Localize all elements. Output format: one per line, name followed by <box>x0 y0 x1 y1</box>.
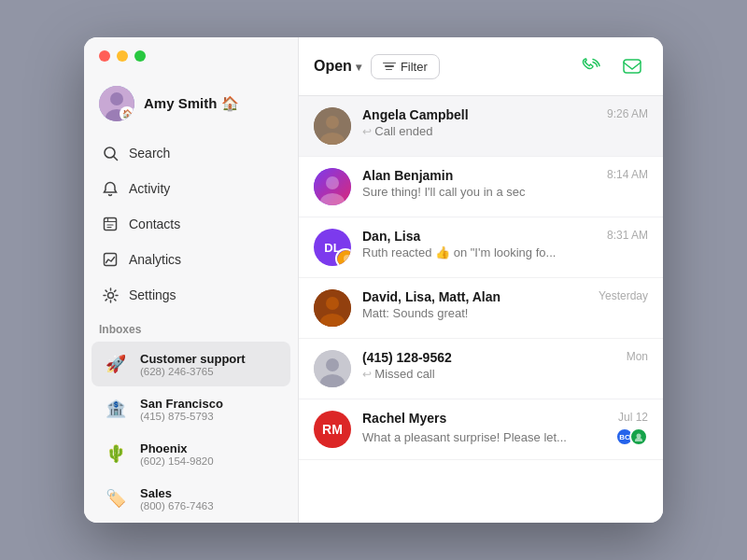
inbox-name: Customer support <box>140 352 246 366</box>
conv-time: 8:14 AM <box>607 168 648 181</box>
bell-icon <box>101 179 120 198</box>
inbox-item-san-francisco[interactable]: 🏦 San Francisco (415) 875-5793 <box>92 386 290 431</box>
maximize-button[interactable] <box>134 50 146 62</box>
conv-time: 9:26 AM <box>607 107 648 120</box>
filter-label: Filter <box>401 60 428 74</box>
inbox-name: Phoenix <box>140 441 214 455</box>
call-button[interactable] <box>575 50 607 82</box>
conversation-item-angela[interactable]: Angela Campbell 9:26 AM ↩ Call ended <box>299 96 663 157</box>
conv-preview: What a pleasant surprise! Please let... <box>362 430 567 444</box>
chevron-down-icon: ▾ <box>356 61 361 74</box>
conv-name: (415) 128-9562 <box>362 350 452 365</box>
svg-point-17 <box>326 176 339 189</box>
avatar-rachel: RM <box>314 411 351 448</box>
inboxes-section-label: Inboxes <box>84 312 298 342</box>
conv-preview: Sure thing! I'll call you in a sec <box>362 185 624 199</box>
conversation-item-david-group[interactable]: David, Lisa, Matt, Alan Yesterday Matt: … <box>299 278 663 339</box>
analytics-label: Analytics <box>129 252 181 267</box>
svg-point-1 <box>110 92 123 105</box>
search-icon <box>101 144 120 162</box>
conv-time: Mon <box>627 350 648 363</box>
avatar-phone <box>314 350 351 387</box>
user-profile[interactable]: 🏠 Amy Smith 🏠 <box>84 78 298 136</box>
contacts-icon <box>101 215 120 233</box>
search-label: Search <box>129 146 170 161</box>
team-section: Your team <box>84 521 298 523</box>
sidebar-item-search[interactable]: Search <box>92 136 290 170</box>
phoenix-icon: 🌵 <box>101 439 131 469</box>
contacts-label: Contacts <box>129 217 180 231</box>
badge-green <box>629 427 648 446</box>
sidebar-nav: Search Activity <box>84 136 298 312</box>
inbox-item-customer-support[interactable]: 🚀 Customer support (628) 246-3765 <box>92 342 290 386</box>
sidebar-item-settings[interactable]: Settings <box>92 278 290 312</box>
conv-preview: Matt: Sounds great! <box>362 306 624 320</box>
activity-label: Activity <box>129 181 170 196</box>
conv-preview: ↩ Missed call <box>362 367 624 381</box>
sidebar-item-activity[interactable]: Activity <box>92 172 290 205</box>
sales-icon: 🏷️ <box>101 483 131 513</box>
app-window: 🏠 Amy Smith 🏠 Search <box>84 37 663 523</box>
svg-line-4 <box>113 156 117 160</box>
avatar-dan-lisa: DL <box>314 229 351 266</box>
inbox-number: (602) 154-9820 <box>140 455 214 467</box>
svg-point-26 <box>326 358 339 371</box>
inbox-name: Sales <box>140 486 214 500</box>
svg-point-23 <box>326 297 339 310</box>
customer-support-icon: 🚀 <box>101 349 131 379</box>
conv-preview: ↩ Call ended <box>362 124 624 138</box>
inbox-number: (628) 246-3765 <box>140 366 246 377</box>
avatar-alan <box>314 168 351 205</box>
close-button[interactable] <box>99 50 110 62</box>
conversation-list: Angela Campbell 9:26 AM ↩ Call ended <box>299 96 663 523</box>
user-name: Amy Smith 🏠 <box>144 95 239 112</box>
conv-name: Dan, Lisa <box>362 229 420 244</box>
conv-name: Angela Campbell <box>362 107 469 122</box>
svg-point-28 <box>637 434 641 439</box>
avatar-angela <box>314 107 351 145</box>
conversation-item-dan-lisa[interactable]: DL Dan, Lisa 8:31 AM R <box>299 217 663 278</box>
conv-time: Yesterday <box>599 289 648 302</box>
main-panel: Open ▾ Filter <box>299 37 663 523</box>
svg-rect-5 <box>105 218 117 231</box>
analytics-icon <box>101 250 120 269</box>
inbox-number: (800) 676-7463 <box>140 500 214 511</box>
conversation-item-alan[interactable]: Alan Benjamin 8:14 AM Sure thing! I'll c… <box>299 157 663 217</box>
sidebar-item-contacts[interactable]: Contacts <box>92 207 290 241</box>
inbox-name: San Francisco <box>140 397 223 411</box>
svg-point-20 <box>344 255 351 262</box>
sidebar: 🏠 Amy Smith 🏠 Search <box>84 37 299 523</box>
conv-preview: Ruth reacted 👍 on "I'm looking fo... <box>362 245 624 259</box>
inbox-number: (415) 875-5793 <box>140 411 223 422</box>
compose-button[interactable] <box>616 50 648 82</box>
open-label: Open <box>314 58 352 75</box>
svg-rect-12 <box>624 60 641 73</box>
conv-name: Rachel Myers <box>362 411 446 426</box>
svg-point-14 <box>326 116 339 129</box>
avatar-david-group <box>314 289 351 327</box>
san-francisco-icon: 🏦 <box>101 394 131 424</box>
sidebar-item-analytics[interactable]: Analytics <box>92 243 290 276</box>
inbox-item-phoenix[interactable]: 🌵 Phoenix (602) 154-9820 <box>92 431 290 476</box>
user-badge: 🏠 <box>120 106 134 121</box>
conv-time: Jul 12 <box>618 411 648 424</box>
titlebar <box>99 50 146 62</box>
svg-point-11 <box>107 292 113 298</box>
conversation-item-rachel[interactable]: RM Rachel Myers Jul 12 What a pleasant s… <box>299 399 663 460</box>
conversation-item-phone[interactable]: (415) 128-9562 Mon ↩ Missed call <box>299 339 663 399</box>
conv-name: David, Lisa, Matt, Alan <box>362 289 500 304</box>
inbox-item-sales[interactable]: 🏷️ Sales (800) 676-7463 <box>92 476 290 521</box>
main-header: Open ▾ Filter <box>299 37 663 96</box>
svg-point-29 <box>635 438 642 441</box>
gear-icon <box>101 286 120 304</box>
filter-icon <box>383 63 396 71</box>
filter-button[interactable]: Filter <box>371 54 440 79</box>
participant-badges: BC <box>615 427 648 446</box>
settings-label: Settings <box>129 287 176 302</box>
minimize-button[interactable] <box>117 50 128 62</box>
conv-time: 8:31 AM <box>607 229 648 242</box>
svg-rect-10 <box>105 254 117 266</box>
conv-name: Alan Benjamin <box>362 168 453 183</box>
open-dropdown-button[interactable]: Open ▾ <box>314 58 361 75</box>
